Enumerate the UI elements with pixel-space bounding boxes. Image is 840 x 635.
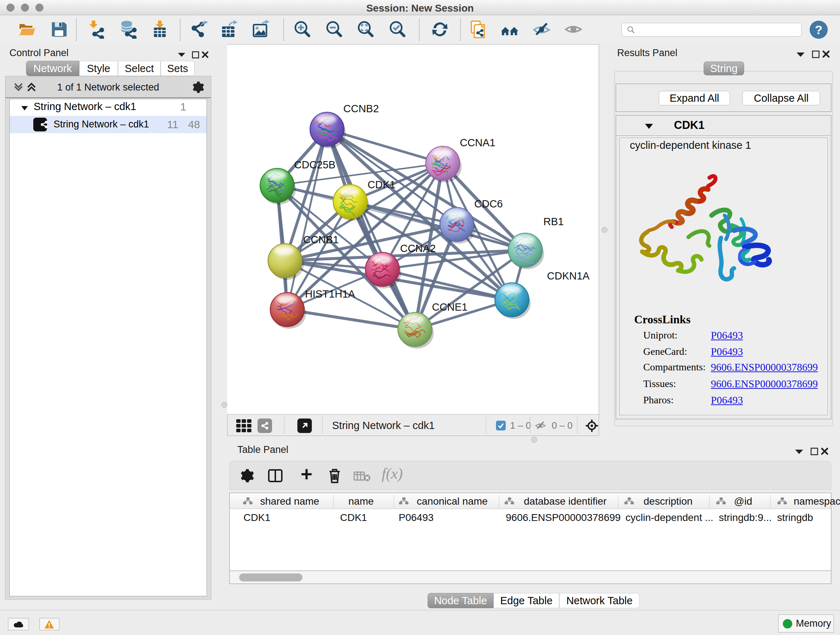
svg-text:CCNA1: CCNA1 [460,137,495,149]
svg-text:CCNE1: CCNE1 [432,301,467,313]
svg-text:CCNB1: CCNB1 [303,234,339,245]
svg-text:HIST1H1A: HIST1H1A [305,288,355,300]
svg-text:CCNB2: CCNB2 [343,103,379,114]
svg-text:CDC25B: CDC25B [294,159,335,171]
svg-text:CCNA2: CCNA2 [400,242,436,254]
svg-text:CDC6: CDC6 [474,198,503,210]
svg-text:RB1: RB1 [543,216,564,227]
svg-text:CDKN1A: CDKN1A [547,270,590,282]
svg-text:CDK1: CDK1 [368,179,395,190]
